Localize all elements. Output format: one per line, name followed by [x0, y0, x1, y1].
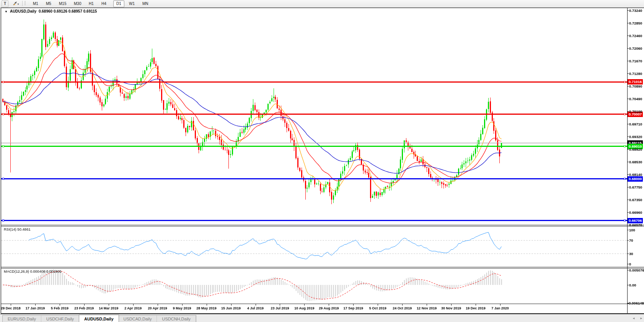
support-green-handle[interactable]: [2, 145, 4, 147]
tab-audusd[interactable]: AUDUSD,Daily: [79, 315, 119, 322]
price-tick-label: 0.68530: [629, 160, 642, 164]
resistance-lower-handle[interactable]: [2, 113, 4, 115]
styler-arrows-icon: [13, 2, 18, 6]
toolbar: T ▾ M1M5M15M30H1H4D1W1MN: [0, 0, 644, 8]
chart-window: ▼AUDUSD,Daily 0.68960 0.69126 0.68957 0.…: [1, 8, 644, 314]
date-label: 24 Oct 2019: [393, 306, 412, 310]
tf-button-m15[interactable]: M15: [56, 0, 69, 7]
resistance-upper-handle[interactable]: [2, 81, 4, 83]
macd-label: MACD(12,26,9) 0.000408 0.001905: [4, 269, 62, 273]
styler-tool-button[interactable]: ▾: [10, 0, 22, 7]
date-label: 23 Jul 2019: [271, 306, 289, 310]
ohlc-high: 0.69126: [54, 9, 67, 13]
support-blue-2-handle[interactable]: [624, 220, 626, 221]
chart-symbol-period: AUDUSD,Daily: [10, 9, 36, 13]
ohlc-open: 0.68960: [39, 9, 52, 13]
toolbar-grip[interactable]: [24, 1, 26, 6]
text-tool-button[interactable]: T: [2, 0, 8, 7]
ohlc-close: 0.69115: [83, 9, 97, 13]
price-tick-label: 0.68140: [629, 172, 642, 177]
price-tick-label: 0.71280: [629, 72, 642, 76]
tab-eurusd[interactable]: EURUSD,Daily: [3, 315, 41, 322]
resistance-lower-line[interactable]: [1, 114, 627, 115]
ohlc-low: 0.68957: [68, 9, 82, 13]
price-axis-border: [627, 8, 628, 314]
support-blue-1-handle[interactable]: [2, 178, 4, 180]
date-label: 4 Jul 2019: [247, 306, 264, 310]
price-tick-label: 0.69710: [629, 122, 642, 126]
date-label: 10 Aug 2019: [294, 306, 314, 310]
support-blue-1-price-label: 0.68000: [628, 176, 643, 182]
tab-usdcad[interactable]: USDCAD,Daily: [119, 315, 157, 322]
price-tick-label: 0.72850: [629, 21, 642, 25]
price-tick-label: 0.68920: [629, 147, 642, 151]
macd-dates-separator: [1, 304, 644, 304]
tab-scroll-left-icon[interactable]: ◄: [632, 317, 635, 320]
macd-tick-label: -0.006148: [628, 301, 644, 305]
price-tick-label: 0.66570: [629, 223, 642, 227]
tf-button-m1[interactable]: M1: [30, 0, 41, 7]
macd-tick-label: 0.005076: [629, 268, 644, 272]
tab-scroll-right-icon[interactable]: ►: [640, 317, 643, 320]
tab-usdcnh[interactable]: USDCNH,Daily: [157, 315, 196, 322]
chart-tab-strip: EURUSD,DailyUSDCHF,DailyAUDUSD,DailyUSDC…: [0, 314, 644, 322]
rsi-tick-label: 70: [629, 238, 633, 242]
resistance-upper-line[interactable]: [1, 81, 627, 83]
tf-button-h4[interactable]: H4: [98, 0, 109, 7]
rsi-macd-separator-2: [1, 268, 644, 268]
tf-button-w1[interactable]: W1: [126, 0, 138, 7]
support-green-handle[interactable]: [624, 145, 626, 147]
date-label: 2 Apr 2019: [124, 306, 142, 310]
mt4-window: T ▾ M1M5M15M30H1H4D1W1MN ▼AUDUSD,Dai: [0, 0, 644, 322]
price-tick-label: 0.72060: [629, 46, 642, 50]
window-border-top: [1, 8, 644, 8]
support-blue-1-handle[interactable]: [624, 178, 626, 180]
resistance-lower-handle[interactable]: [624, 113, 626, 115]
chevron-down-icon[interactable]: ▼: [5, 10, 8, 13]
tab-usdchf[interactable]: USDCHF,Daily: [41, 315, 79, 322]
price-tick-label: 0.67350: [629, 198, 642, 202]
price-tick-label: 0.69320: [629, 135, 642, 139]
tf-button-m5[interactable]: M5: [43, 0, 54, 7]
tf-button-m30[interactable]: M30: [71, 0, 84, 7]
date-label: 29 Aug 2019: [319, 306, 339, 310]
rsi-tick-label: 30: [629, 252, 633, 256]
rsi-tick-label: 100: [629, 228, 635, 232]
date-label: 23 Feb 2019: [74, 306, 94, 310]
price-tick-label: 0.67750: [629, 185, 642, 189]
date-label: 12 Nov 2019: [417, 306, 437, 310]
bid-price-line-line: [1, 143, 627, 143]
resistance-upper-handle[interactable]: [624, 81, 626, 83]
tf-button-mn[interactable]: MN: [139, 0, 152, 7]
price-tick-label: 0.70100: [629, 109, 642, 114]
support-blue-2-price-label: 0.66706: [628, 218, 643, 223]
date-label: 29 Dec 2018: [1, 306, 21, 310]
date-label: 7 Jan 2020: [491, 306, 509, 310]
price-tick-label: 0.70890: [629, 84, 642, 88]
rsi-macd-separator[interactable]: [1, 267, 644, 267]
price-tick-label: 0.73240: [629, 8, 642, 13]
date-label: 5 Feb 2019: [51, 306, 68, 310]
date-label: 19 Dec 2019: [466, 306, 486, 310]
date-label: 30 Nov 2019: [441, 306, 461, 310]
main-rsi-separator[interactable]: [1, 225, 644, 225]
date-label: 28 May 2019: [196, 306, 217, 310]
support-blue-1-line[interactable]: [1, 178, 627, 179]
date-label: 5 Oct 2019: [369, 306, 386, 310]
date-label: 9 May 2019: [173, 306, 191, 310]
price-tick-label: 0.71670: [629, 59, 642, 63]
date-label: 15 Jun 2019: [221, 306, 241, 310]
date-label: 17 Jan 2019: [26, 306, 45, 310]
date-label: 17 Sep 2019: [344, 306, 364, 310]
macd-tick-label: 0.00: [629, 283, 636, 287]
tf-button-d1[interactable]: D1: [113, 0, 124, 7]
tf-button-h1[interactable]: H1: [86, 0, 97, 7]
date-label: 14 Mar 2019: [99, 306, 118, 310]
support-blue-2-line[interactable]: [1, 220, 627, 221]
support-green-line[interactable]: [1, 146, 627, 147]
price-tick-label: 0.72460: [629, 34, 642, 38]
main-rsi-separator-2: [1, 226, 644, 226]
chevron-down-icon: ▾: [18, 3, 19, 5]
rsi-tick-label: 0: [629, 262, 631, 266]
support-blue-2-handle[interactable]: [2, 220, 4, 221]
